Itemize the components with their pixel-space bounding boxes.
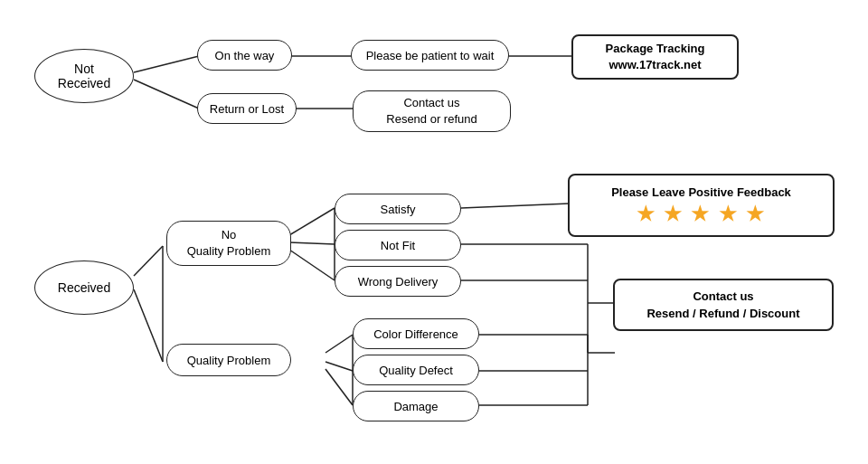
return-or-lost-label: Return or Lost	[210, 102, 284, 116]
quality-problem-label: Quality Problem	[187, 354, 270, 367]
stars-display: ★ ★ ★ ★ ★	[637, 203, 765, 226]
quality-problem-node: Quality Problem	[166, 344, 291, 376]
on-the-way-label: On the way	[215, 49, 275, 62]
quality-defect-label: Quality Defect	[379, 364, 453, 377]
satisfy-label: Satisfy	[380, 203, 415, 216]
svg-line-0	[134, 56, 199, 72]
svg-line-6	[134, 289, 163, 362]
svg-line-17	[326, 335, 353, 353]
damage-node: Damage	[353, 391, 479, 421]
satisfy-node: Satisfy	[335, 194, 461, 224]
not-received-label: Not Received	[58, 62, 110, 90]
svg-line-12	[461, 204, 570, 208]
package-tracking-node: Package Tracking www.17track.net	[571, 34, 739, 80]
wrong-delivery-label: Wrong Delivery	[358, 275, 439, 289]
not-received-node: Not Received	[34, 49, 134, 103]
on-the-way-node: On the way	[197, 40, 292, 71]
not-fit-label: Not Fit	[381, 239, 415, 252]
feedback-box: Please Leave Positive Feedback ★ ★ ★ ★ ★	[568, 174, 835, 237]
color-difference-label: Color Difference	[373, 327, 458, 341]
not-fit-node: Not Fit	[335, 230, 461, 260]
received-node: Received	[34, 260, 134, 315]
svg-line-8	[289, 208, 335, 235]
svg-line-19	[326, 369, 353, 405]
color-difference-node: Color Difference	[353, 318, 479, 349]
quality-defect-node: Quality Defect	[353, 355, 479, 385]
received-label: Received	[58, 280, 110, 295]
no-quality-problem-node: No Quality Problem	[166, 221, 291, 266]
svg-line-9	[289, 242, 335, 244]
contact-resend-refund-node: Contact us Resend or refund	[353, 90, 511, 132]
wrong-delivery-node: Wrong Delivery	[335, 266, 461, 297]
svg-line-18	[326, 362, 353, 371]
svg-line-10	[289, 250, 335, 280]
patient-wait-node: Please be patient to wait	[351, 40, 509, 71]
svg-line-5	[134, 246, 163, 276]
contact-resend-refund-label: Contact us Resend or refund	[386, 95, 476, 128]
contact-resend-discount-node: Contact us Resend / Refund / Discount	[613, 279, 834, 331]
feedback-label: Please Leave Positive Feedback	[611, 185, 791, 199]
damage-label: Damage	[393, 400, 438, 413]
patient-wait-label: Please be patient to wait	[366, 49, 495, 62]
contact-resend-discount-label: Contact us Resend / Refund / Discount	[646, 288, 799, 323]
no-quality-problem-label: No Quality Problem	[187, 227, 270, 260]
svg-line-1	[134, 80, 199, 109]
package-tracking-label: Package Tracking www.17track.net	[606, 41, 705, 73]
diagram: Not Received On the way Return or Lost P…	[0, 0, 868, 464]
return-or-lost-node: Return or Lost	[197, 93, 297, 124]
